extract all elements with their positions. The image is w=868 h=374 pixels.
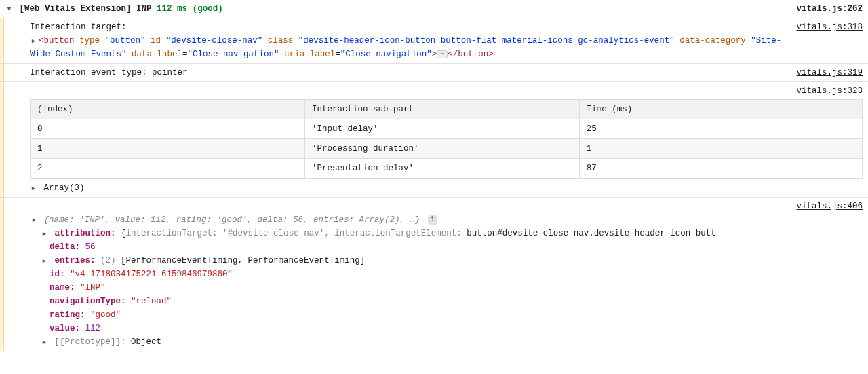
prop-key-value: value:	[50, 324, 80, 333]
prop-val-id: "v4-1718034175221-6159846979860"	[70, 269, 233, 279]
prop-key-prototype[interactable]: [[Prototype]]:	[55, 337, 126, 347]
table-header: Time (ms)	[579, 100, 862, 119]
console-row-interaction-target: Interaction target: <button type="button…	[0, 18, 868, 64]
prop-key-name: name:	[50, 283, 75, 293]
table-row: 2 'Presentation delay' 87	[31, 159, 863, 179]
prop-val-navtype: "reload"	[131, 297, 172, 306]
event-type-value: pointer	[152, 68, 188, 77]
disclosure-toggle[interactable]	[5, 2, 13, 16]
source-link[interactable]: vitals.js:319	[791, 64, 868, 81]
console-row-event-type: Interaction event type: pointer vitals.j…	[0, 64, 868, 82]
subpart-table: (index) Interaction sub-part Time (ms) 0…	[30, 99, 863, 179]
header-value: 112 ms	[157, 4, 187, 14]
header-rating: (good)	[193, 4, 223, 14]
table-row: 0 'Input delay' 25	[31, 119, 863, 139]
table-header: Interaction sub-part	[304, 100, 579, 119]
disclosure-toggle[interactable]	[30, 181, 37, 195]
table-header: (index)	[31, 100, 305, 119]
table-footer[interactable]: Array(3)	[44, 183, 85, 193]
info-icon[interactable]: i	[428, 215, 437, 225]
prop-val-prototype: Object	[131, 337, 161, 347]
prop-val-delta: 56	[85, 242, 96, 252]
interaction-target-label: Interaction target:	[30, 20, 785, 34]
table-row: 1 'Processing duration' 1	[31, 139, 863, 159]
disclosure-toggle[interactable]	[41, 254, 48, 267]
source-link[interactable]: vitals.js:406	[796, 200, 863, 213]
console-row-table: vitals.js:323 (index) Interaction sub-pa…	[0, 82, 868, 198]
prop-val-value: 112	[85, 324, 101, 333]
source-link[interactable]: vitals.js:318	[791, 18, 868, 63]
source-link[interactable]: vitals.js:323	[796, 84, 863, 98]
header-prefix: [Web Vitals Extension]	[20, 4, 132, 14]
event-type-label: Interaction event type:	[30, 68, 147, 77]
prop-key-entries[interactable]: entries:	[55, 256, 96, 265]
disclosure-toggle[interactable]	[41, 335, 48, 349]
prop-val-rating: "good"	[90, 310, 121, 320]
ellipsis-button[interactable]: ⋯	[437, 50, 448, 58]
console-row-object: vitals.js:406 {name: 'INP', value: 112, …	[0, 198, 868, 351]
header-metric: INP	[136, 4, 152, 14]
source-link[interactable]: vitals.js:262	[791, 0, 868, 18]
prop-key-delta: delta:	[50, 242, 80, 252]
prop-key-rating: rating:	[50, 310, 85, 320]
console-row-header: [Web Vitals Extension] INP 112 ms (good)…	[0, 0, 868, 18]
disclosure-toggle[interactable]	[30, 34, 37, 48]
prop-key-attribution[interactable]: attribution:	[55, 229, 116, 238]
object-preview[interactable]: {name: 'INP', value: 112, rating: 'good'…	[44, 215, 420, 225]
disclosure-toggle[interactable]	[41, 227, 48, 240]
disclosure-toggle[interactable]	[30, 213, 37, 227]
prop-val-name: "INP"	[80, 283, 106, 293]
prop-key-id: id:	[50, 269, 65, 279]
interaction-target-element[interactable]: <button type="button" id="devsite-close-…	[30, 34, 785, 61]
prop-key-navtype: navigationType:	[50, 297, 126, 306]
